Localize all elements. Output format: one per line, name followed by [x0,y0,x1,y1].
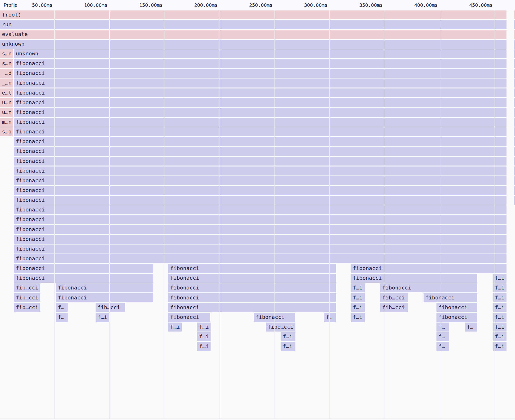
flame-block[interactable]: fib…cci [14,293,40,302]
flame-block[interactable]: fibonacci [14,118,506,127]
flame-block[interactable]: fibonacci [14,264,153,273]
flame-block[interactable]: fibonacci [14,215,506,224]
flame-block[interactable]: fibonacci [14,147,506,156]
flame-block[interactable]: fibonacci [14,79,506,88]
flame-block[interactable]: fibonacci [14,166,506,175]
flame-block[interactable]: f…i [281,342,295,351]
flame-block[interactable]: f…i [351,283,365,292]
flame-block[interactable]: u…n [0,108,13,117]
flame-block[interactable]: f…i [351,303,365,312]
gridline-overlay [329,166,330,175]
flame-block[interactable]: f…i [168,323,182,332]
flame-block[interactable]: e…t [0,88,13,97]
flame-block[interactable]: evaluate [0,30,506,39]
gridline-overlay [275,264,275,273]
flame-block[interactable]: unknown [14,49,506,58]
flame-block[interactable]: fibo…cci [266,323,295,332]
flame-block[interactable]: s…n [0,49,13,58]
flame-block[interactable]: fib…cci [14,283,40,292]
gridline-overlay [220,40,220,49]
flame-block[interactable]: (root) [0,10,506,19]
gridline-overlay [385,88,385,97]
gridline-overlay [220,49,220,58]
flame-block[interactable]: fibonacci [14,69,506,78]
flame-block[interactable]: fibonacci [436,313,477,322]
gridline-overlay [329,254,330,263]
gridline-overlay [329,79,330,88]
gridline-overlay [165,118,165,127]
flame-block[interactable]: s…g [0,127,13,136]
gridline-overlay [385,264,385,273]
flame-block[interactable]: fibonacci [168,303,336,312]
flame-block[interactable]: fib…cci [96,303,125,312]
flame-block[interactable]: fib…cci [14,303,40,312]
flame-block[interactable]: fibonacci [56,283,153,292]
gridline-overlay [109,127,110,136]
flame-block[interactable]: fibonacci [56,293,153,302]
flame-block[interactable]: fibonacci [168,313,210,322]
flame-block[interactable]: fibonacci [14,88,506,97]
flame-block[interactable]: fibonacci [254,313,295,322]
flame-block[interactable]: fibonacci [168,293,336,302]
flame-block[interactable]: m…n [0,118,13,127]
flame-block[interactable]: fibonacci [14,245,506,254]
gridline-overlay [220,137,220,146]
flame-block[interactable]: _…d [0,69,13,78]
flame-block[interactable]: fibonacci [436,303,477,312]
flame-block[interactable]: fibonacci [14,235,506,244]
gridline-overlay [275,245,275,254]
gridline-overlay [329,186,330,195]
gridline-overlay [329,69,330,78]
flame-block[interactable]: fibonacci [14,274,153,283]
flame-block[interactable]: f…i [351,293,365,302]
flame-block[interactable]: fibonacci [14,137,506,146]
gridline-overlay [495,88,495,97]
flame-block[interactable]: fibonacci [351,264,506,273]
flame-block[interactable]: fibonacci [424,293,477,302]
flame-block[interactable]: f… [56,313,68,322]
flame-block[interactable]: fibonacci [14,254,506,263]
gridline-overlay [495,157,495,166]
flame-block[interactable]: fibonacci [14,225,506,234]
flame-block[interactable]: f…i [197,323,211,332]
flame-block[interactable]: f… [324,313,336,322]
flame-block[interactable]: fibonacci [14,196,506,205]
gridline-overlay [275,166,275,175]
flame-block[interactable]: unknown [0,40,506,49]
flame-chart[interactable]: Profile 50.00ms100.00ms150.00ms200.00ms2… [0,0,515,420]
flame-block[interactable]: run [0,20,506,29]
flame-block[interactable]: f…i [197,342,211,351]
flame-block[interactable]: f… [465,323,477,332]
flame-block[interactable]: fibonacci [14,186,506,195]
flame-block[interactable]: s…n [0,59,13,68]
gridline-overlay [385,30,385,39]
flame-block[interactable]: f…i [281,332,295,341]
flame-block[interactable]: fibonacci [14,176,506,185]
gridline-overlay [495,215,495,224]
flame-block[interactable]: f…i [351,313,365,322]
flame-block[interactable]: fibonacci [14,59,506,68]
gridline-overlay [165,10,165,19]
flame-block[interactable]: fibonacci [14,127,506,136]
flame-block[interactable]: f… [56,303,68,312]
flame-block[interactable]: fibonacci [168,264,336,273]
flame-block[interactable]: f… [436,323,449,332]
flame-block[interactable]: fibonacci [380,283,477,292]
gridline-overlay [495,245,495,254]
gridline-overlay [165,20,165,29]
flame-block[interactable]: f…i [197,332,211,341]
flame-block[interactable]: f… [436,332,449,341]
flame-block[interactable]: fibonacci [351,274,477,283]
flame-block[interactable]: fibonacci [14,98,506,107]
flame-block[interactable]: fibonacci [14,157,506,166]
flame-block[interactable]: f…i [96,313,110,322]
flame-block[interactable]: f… [436,342,449,351]
gridline-overlay [54,225,55,234]
flame-block[interactable]: fibonacci [168,283,336,292]
flame-block[interactable]: fibonacci [168,274,336,283]
flame-block[interactable]: fibonacci [14,108,506,117]
flame-block[interactable]: _…n [0,79,13,88]
flame-block[interactable]: fibonacci [14,205,506,214]
gridline-overlay [220,186,220,195]
flame-block[interactable]: u…n [0,98,13,107]
